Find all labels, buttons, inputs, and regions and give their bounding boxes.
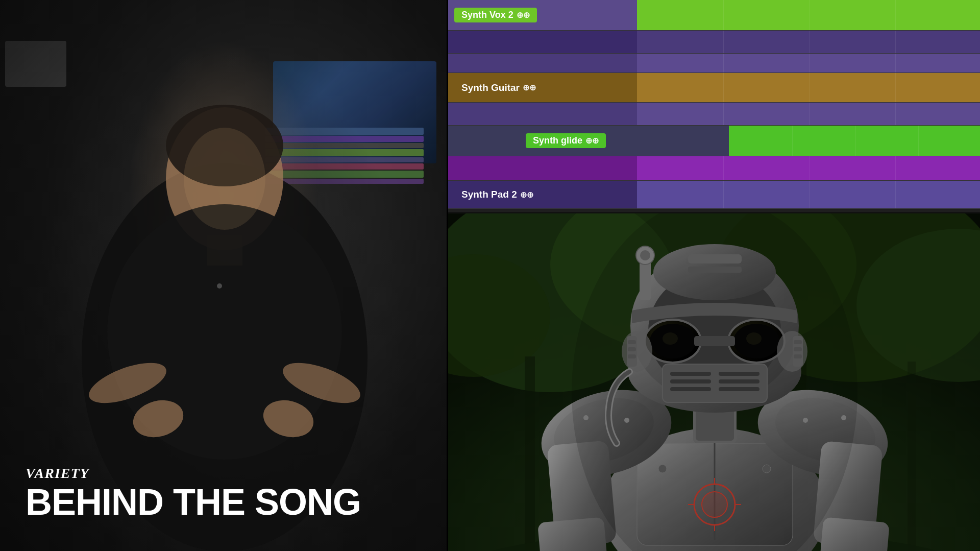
svg-point-9 xyxy=(217,283,222,289)
svg-rect-20 xyxy=(908,362,916,551)
power-armor-scene xyxy=(448,213,980,551)
track-label-pill-synth-pad-2: Synth Pad 2 ⊕⊕ xyxy=(454,187,541,202)
fallout-panel xyxy=(448,213,980,551)
track-header-empty-1 xyxy=(448,31,637,53)
track-timeline-synth-vox-2 xyxy=(637,0,980,30)
track-timeline-synth-guitar xyxy=(637,73,980,102)
link-icon-synth-vox-2: ⊕⊕ xyxy=(517,10,530,20)
track-name-synth-vox-2: Synth Vox 2 xyxy=(461,10,513,20)
svg-point-10 xyxy=(184,128,265,230)
track-timeline-empty-1 xyxy=(637,31,980,53)
track-header-empty-2 xyxy=(448,54,637,73)
track-header-synth-glide: Synth glide ⊕⊕ xyxy=(448,126,729,156)
link-icon-synth-guitar: ⊕⊕ xyxy=(523,83,536,92)
track-name-synth-pad-2: Synth Pad 2 xyxy=(461,189,517,200)
svg-rect-42 xyxy=(537,517,609,551)
track-name-synth-guitar: Synth Guitar xyxy=(461,82,520,93)
track-header-synth-guitar: Synth Guitar ⊕⊕ xyxy=(448,73,637,102)
svg-point-81 xyxy=(572,213,857,551)
track-name-synth-glide: Synth glide xyxy=(533,135,582,146)
track-label-pill-synth-glide: Synth glide ⊕⊕ xyxy=(526,133,606,148)
track-row-synth-glide: Synth glide ⊕⊕ xyxy=(448,126,980,156)
variety-branding: VARIETY BEHIND THE SONG xyxy=(26,465,361,520)
svg-rect-17 xyxy=(525,356,535,550)
variety-logo: VARIETY xyxy=(26,465,361,482)
track-header-synth-pad-2: Synth Pad 2 ⊕⊕ xyxy=(448,181,637,208)
track-row-synth-guitar: Synth Guitar ⊕⊕ xyxy=(448,73,980,103)
track-header-synth-vox-2: Synth Vox 2 ⊕⊕ xyxy=(448,0,637,30)
svg-rect-44 xyxy=(818,517,890,551)
right-panel: Synth Vox 2 ⊕⊕ xyxy=(448,0,980,551)
track-header-empty-3 xyxy=(448,103,637,125)
track-row-synth-vox-2: Synth Vox 2 ⊕⊕ xyxy=(448,0,980,31)
track-timeline-purple-band xyxy=(637,156,980,180)
track-row-synth-pad-2: Synth Pad 2 ⊕⊕ xyxy=(448,181,980,209)
track-timeline-synth-glide xyxy=(729,126,980,156)
link-icon-synth-glide: ⊕⊕ xyxy=(585,136,599,146)
link-icon-synth-pad-2: ⊕⊕ xyxy=(520,190,533,200)
track-label-pill-synth-vox-2: Synth Vox 2 ⊕⊕ xyxy=(454,8,537,22)
track-row-purple-3 xyxy=(448,103,980,126)
track-timeline-empty-2 xyxy=(637,54,980,73)
tracks-container: Synth Vox 2 ⊕⊕ xyxy=(448,0,980,212)
track-timeline-synth-pad-2 xyxy=(637,181,980,208)
behind-the-song-title: BEHIND THE SONG xyxy=(26,484,361,520)
track-row-purple-band xyxy=(448,156,980,181)
track-timeline-empty-3 xyxy=(637,103,980,125)
left-video-panel: VARIETY BEHIND THE SONG xyxy=(0,0,447,551)
track-header-purple-band xyxy=(448,156,637,180)
track-row-purple-1 xyxy=(448,31,980,54)
track-row-purple-2 xyxy=(448,54,980,73)
daw-tracks-panel: Synth Vox 2 ⊕⊕ xyxy=(448,0,980,212)
track-label-pill-synth-guitar: Synth Guitar ⊕⊕ xyxy=(454,80,543,95)
